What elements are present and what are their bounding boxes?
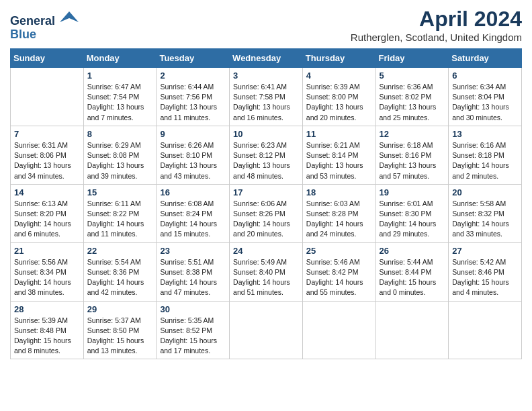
day-info: Sunrise: 6:13 AM Sunset: 8:20 PM Dayligh… [14,199,80,240]
title-block: April 2024 Rutherglen, Scotland, United … [351,7,522,43]
day-number: 2 [160,71,226,81]
day-number: 10 [233,129,299,139]
calendar-cell [375,301,449,359]
day-info: Sunrise: 6:31 AM Sunset: 8:06 PM Dayligh… [14,140,80,181]
calendar-table: SundayMondayTuesdayWednesdayThursdayFrid… [10,48,522,359]
svg-marker-0 [60,11,79,22]
weekday-header-friday: Friday [375,49,449,68]
day-number: 6 [452,71,518,81]
logo-bird-icon [60,10,79,25]
day-info: Sunrise: 5:54 AM Sunset: 8:36 PM Dayligh… [87,257,153,298]
day-info: Sunrise: 5:37 AM Sunset: 8:50 PM Dayligh… [87,316,153,357]
calendar-cell: 11Sunrise: 6:21 AM Sunset: 8:14 PM Dayli… [302,126,375,184]
calendar-cell: 13Sunrise: 6:16 AM Sunset: 8:18 PM Dayli… [449,126,522,184]
day-number: 15 [87,187,153,197]
weekday-header-tuesday: Tuesday [157,49,230,68]
day-info: Sunrise: 5:58 AM Sunset: 8:32 PM Dayligh… [452,199,518,240]
day-info: Sunrise: 5:49 AM Sunset: 8:40 PM Dayligh… [233,257,299,298]
day-number: 28 [14,304,80,314]
day-number: 17 [233,187,299,197]
calendar-cell: 23Sunrise: 5:51 AM Sunset: 8:38 PM Dayli… [157,242,230,301]
calendar-cell: 9Sunrise: 6:26 AM Sunset: 8:10 PM Daylig… [157,126,230,184]
day-number: 21 [14,246,80,256]
calendar-week-row: 1Sunrise: 6:47 AM Sunset: 7:54 PM Daylig… [11,68,522,126]
calendar-cell: 3Sunrise: 6:41 AM Sunset: 7:58 PM Daylig… [230,68,303,126]
day-info: Sunrise: 6:29 AM Sunset: 8:08 PM Dayligh… [87,140,153,181]
calendar-cell: 17Sunrise: 6:06 AM Sunset: 8:26 PM Dayli… [230,184,303,242]
day-info: Sunrise: 6:44 AM Sunset: 7:56 PM Dayligh… [160,82,226,123]
calendar-cell: 12Sunrise: 6:18 AM Sunset: 8:16 PM Dayli… [375,126,449,184]
location-subtitle: Rutherglen, Scotland, United Kingdom [351,32,522,43]
day-info: Sunrise: 6:03 AM Sunset: 8:28 PM Dayligh… [306,199,372,240]
day-info: Sunrise: 5:56 AM Sunset: 8:34 PM Dayligh… [14,257,80,298]
calendar-cell: 21Sunrise: 5:56 AM Sunset: 8:34 PM Dayli… [11,242,84,301]
calendar-cell: 25Sunrise: 5:46 AM Sunset: 8:42 PM Dayli… [302,242,375,301]
weekday-header-monday: Monday [83,49,157,68]
calendar-cell: 14Sunrise: 6:13 AM Sunset: 8:20 PM Dayli… [11,184,84,242]
day-number: 18 [306,187,372,197]
day-number: 26 [380,246,445,256]
day-info: Sunrise: 5:42 AM Sunset: 8:46 PM Dayligh… [452,257,518,298]
day-info: Sunrise: 6:23 AM Sunset: 8:12 PM Dayligh… [233,140,299,181]
calendar-cell [11,68,84,126]
day-info: Sunrise: 6:06 AM Sunset: 8:26 PM Dayligh… [233,199,299,240]
day-number: 22 [87,246,153,256]
logo-line2: Blue [10,28,79,42]
month-year-title: April 2024 [351,7,522,32]
calendar-cell: 5Sunrise: 6:36 AM Sunset: 8:02 PM Daylig… [375,68,449,126]
weekday-header-row: SundayMondayTuesdayWednesdayThursdayFrid… [11,49,522,68]
day-number: 3 [233,71,299,81]
day-info: Sunrise: 5:39 AM Sunset: 8:48 PM Dayligh… [14,316,80,357]
day-info: Sunrise: 6:18 AM Sunset: 8:16 PM Dayligh… [380,140,445,181]
calendar-cell: 8Sunrise: 6:29 AM Sunset: 8:08 PM Daylig… [83,126,157,184]
calendar-week-row: 21Sunrise: 5:56 AM Sunset: 8:34 PM Dayli… [11,242,522,301]
day-info: Sunrise: 5:51 AM Sunset: 8:38 PM Dayligh… [160,257,226,298]
calendar-cell: 19Sunrise: 6:01 AM Sunset: 8:30 PM Dayli… [375,184,449,242]
day-number: 23 [160,246,226,256]
day-number: 27 [452,246,518,256]
day-number: 1 [87,71,153,81]
day-number: 11 [306,129,372,139]
day-number: 5 [380,71,445,81]
calendar-cell: 29Sunrise: 5:37 AM Sunset: 8:50 PM Dayli… [83,301,157,359]
calendar-week-row: 28Sunrise: 5:39 AM Sunset: 8:48 PM Dayli… [11,301,522,359]
day-info: Sunrise: 6:16 AM Sunset: 8:18 PM Dayligh… [452,140,518,181]
day-number: 14 [14,187,80,197]
weekday-header-wednesday: Wednesday [230,49,303,68]
calendar-cell: 24Sunrise: 5:49 AM Sunset: 8:40 PM Dayli… [230,242,303,301]
day-info: Sunrise: 6:36 AM Sunset: 8:02 PM Dayligh… [380,82,445,123]
day-info: Sunrise: 5:35 AM Sunset: 8:52 PM Dayligh… [160,316,226,357]
day-number: 20 [452,187,518,197]
day-number: 25 [306,246,372,256]
day-number: 24 [233,246,299,256]
weekday-header-saturday: Saturday [449,49,522,68]
weekday-header-thursday: Thursday [302,49,375,68]
day-number: 8 [87,129,153,139]
day-number: 19 [380,187,445,197]
calendar-cell: 26Sunrise: 5:44 AM Sunset: 8:44 PM Dayli… [375,242,449,301]
calendar-cell: 2Sunrise: 6:44 AM Sunset: 7:56 PM Daylig… [157,68,230,126]
day-info: Sunrise: 5:46 AM Sunset: 8:42 PM Dayligh… [306,257,372,298]
day-info: Sunrise: 6:39 AM Sunset: 8:00 PM Dayligh… [306,82,372,123]
day-number: 12 [380,129,445,139]
calendar-cell: 16Sunrise: 6:08 AM Sunset: 8:24 PM Dayli… [157,184,230,242]
calendar-cell: 1Sunrise: 6:47 AM Sunset: 7:54 PM Daylig… [83,68,157,126]
calendar-cell: 18Sunrise: 6:03 AM Sunset: 8:28 PM Dayli… [302,184,375,242]
calendar-cell: 7Sunrise: 6:31 AM Sunset: 8:06 PM Daylig… [11,126,84,184]
calendar-cell: 15Sunrise: 6:11 AM Sunset: 8:22 PM Dayli… [83,184,157,242]
calendar-cell: 10Sunrise: 6:23 AM Sunset: 8:12 PM Dayli… [230,126,303,184]
day-info: Sunrise: 6:34 AM Sunset: 8:04 PM Dayligh… [452,82,518,123]
day-info: Sunrise: 6:01 AM Sunset: 8:30 PM Dayligh… [380,199,445,240]
day-info: Sunrise: 6:11 AM Sunset: 8:22 PM Dayligh… [87,199,153,240]
logo: General Blue [10,10,79,42]
calendar-week-row: 7Sunrise: 6:31 AM Sunset: 8:06 PM Daylig… [11,126,522,184]
calendar-cell: 22Sunrise: 5:54 AM Sunset: 8:36 PM Dayli… [83,242,157,301]
day-number: 30 [160,304,226,314]
day-number: 16 [160,187,226,197]
day-info: Sunrise: 6:08 AM Sunset: 8:24 PM Dayligh… [160,199,226,240]
calendar-cell [449,301,522,359]
day-number: 4 [306,71,372,81]
calendar-cell [230,301,303,359]
calendar-week-row: 14Sunrise: 6:13 AM Sunset: 8:20 PM Dayli… [11,184,522,242]
day-info: Sunrise: 5:44 AM Sunset: 8:44 PM Dayligh… [380,257,445,298]
